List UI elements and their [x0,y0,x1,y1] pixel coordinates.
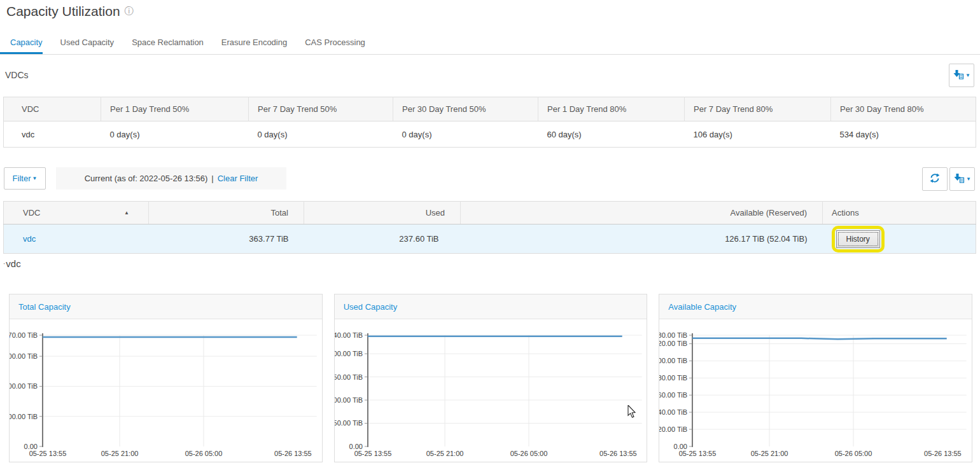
svg-text:20.00 TiB: 20.00 TiB [659,425,687,433]
column-header-total[interactable]: Total [149,202,304,225]
column-header-1day-80: Per 1 Day Trend 80% [538,97,685,121]
charts-row: Total Capacity 370.00 TiB300.00 TiB200.0… [9,294,972,462]
caret-down-icon: ▼ [965,73,970,78]
capacity-utilization-page: Capacity Utilizationⓘ Capacity Used Capa… [0,0,980,470]
trend-30day-80: 534 day(s) [831,121,976,148]
chart-title: Available Capacity [659,294,972,319]
svg-text:60.00 TiB: 60.00 TiB [659,391,687,399]
column-header-7day-80: Per 7 Day Trend 80% [685,97,831,121]
tab-capacity[interactable]: Capacity [0,31,43,54]
used-cell: 237.60 TiB [304,225,461,254]
vdc-cell: vdc [4,225,149,254]
svg-text:05-26 05:00: 05-26 05:00 [510,450,547,457]
svg-text:100.00 TiB: 100.00 TiB [659,357,687,364]
svg-text:150.00 TiB: 150.00 TiB [335,373,363,381]
svg-text:200.00 TiB: 200.00 TiB [10,382,38,390]
tab-used-capacity[interactable]: Used Capacity [60,31,115,54]
trend-30day-50: 0 day(s) [393,121,538,148]
tab-cas-processing[interactable]: CAS Processing [305,31,365,54]
filter-status-text: Current (as of: 2022-05-26 13:56) [85,174,208,183]
svg-text:240.00 TiB: 240.00 TiB [335,331,363,339]
available-capacity-chart: 130.00 TiB120.00 TiB100.00 TiB80.00 TiB6… [659,319,972,462]
page-title-text: Capacity Utilization [6,4,120,18]
svg-text:120.00 TiB: 120.00 TiB [659,340,687,348]
page-title: Capacity Utilizationⓘ [6,4,134,19]
trend-1day-80: 60 day(s) [538,121,685,148]
svg-text:200.00 TiB: 200.00 TiB [335,350,363,357]
export-button[interactable]: ▼ [949,64,974,87]
export-icon [953,173,965,186]
trend-7day-80: 106 day(s) [685,121,831,148]
column-header-vdc: VDC [4,97,101,121]
trend-1day-50: 0 day(s) [101,121,249,148]
detail-vdc-name: vdc [6,258,20,269]
column-header-available[interactable]: Available (Reserved) [461,202,823,225]
export-icon [953,69,964,82]
filter-status-separator: | [211,174,213,183]
chart-title: Total Capacity [10,294,322,319]
highlight-ring: History [832,226,885,252]
mouse-cursor-icon [627,405,637,421]
tab-erasure-encoding[interactable]: Erasure Encoding [221,31,287,54]
filter-button-label: Filter [13,174,31,183]
refresh-button[interactable] [922,167,948,191]
svg-text:05-26 05:00: 05-26 05:00 [835,450,872,457]
actions-cell: History [823,225,976,254]
column-header-1day-50: Per 1 Day Trend 50% [101,97,249,121]
tab-bar: Capacity Used Capacity Space Reclamation… [0,31,980,55]
filter-button[interactable]: Filter ▼ [4,167,46,190]
trend-table-header-row: VDC Per 1 Day Trend 50% Per 7 Day Trend … [4,97,976,121]
export-button[interactable]: ▼ [949,167,975,191]
svg-text:370.00 TiB: 370.00 TiB [10,331,38,339]
used-capacity-chart: 240.00 TiB200.00 TiB150.00 TiB100.00 TiB… [335,319,647,462]
vdc-link[interactable]: vdc [23,234,36,244]
svg-text:05-25 21:00: 05-25 21:00 [426,450,463,457]
svg-text:05-26 13:55: 05-26 13:55 [274,450,312,457]
available-cell: 126.17 TiB (52.04 TiB) [461,225,823,254]
svg-text:50.00 TiB: 50.00 TiB [335,420,363,427]
capacity-table-header-row: VDC ▲ Total Used Available (Reserved) Ac… [4,202,976,225]
clear-filter-link[interactable]: Clear Filter [218,174,258,183]
total-cell: 363.77 TiB [149,225,304,254]
vdc-trend-table: VDC Per 1 Day Trend 50% Per 7 Day Trend … [3,97,976,148]
column-header-30day-80: Per 30 Day Trend 80% [831,97,976,121]
history-button[interactable]: History [836,230,880,248]
caret-down-icon: ▼ [32,176,37,181]
svg-text:100.00 TiB: 100.00 TiB [10,413,38,420]
svg-text:05-26 13:55: 05-26 13:55 [924,450,962,457]
trend-table-row: vdc 0 day(s) 0 day(s) 0 day(s) 60 day(s)… [4,121,976,148]
svg-text:05-26 05:00: 05-26 05:00 [185,450,223,457]
sort-ascending-icon: ▲ [124,210,129,216]
column-header-30day-50: Per 30 Day Trend 50% [393,97,538,121]
column-header-7day-50: Per 7 Day Trend 50% [249,97,393,121]
detail-section-heading: ·vdc [3,258,21,269]
vdc-capacity-table: VDC ▲ Total Used Available (Reserved) Ac… [3,201,976,254]
bullet: · [3,260,5,267]
info-icon[interactable]: ⓘ [125,6,134,16]
svg-text:05-25 13:55: 05-25 13:55 [354,450,391,457]
column-header-used[interactable]: Used [304,202,461,225]
svg-text:05-25 13:55: 05-25 13:55 [29,450,67,457]
svg-text:100.00 TiB: 100.00 TiB [335,396,363,404]
svg-text:05-25 21:00: 05-25 21:00 [101,450,139,457]
svg-text:05-26 13:55: 05-26 13:55 [599,450,637,457]
caret-down-icon: ▼ [966,176,971,182]
vdcs-section-heading: VDCs [5,70,29,80]
used-capacity-chart-panel: Used Capacity 240.00 TiB200.00 TiB150.00… [334,294,648,462]
trend-7day-50: 0 day(s) [249,121,393,148]
total-capacity-chart-panel: Total Capacity 370.00 TiB300.00 TiB200.0… [9,294,323,462]
svg-text:300.00 TiB: 300.00 TiB [10,352,38,360]
svg-text:80.00 TiB: 80.00 TiB [659,374,687,382]
available-capacity-chart-panel: Available Capacity 130.00 TiB120.00 TiB1… [659,294,972,462]
svg-text:130.00 TiB: 130.00 TiB [659,331,687,339]
svg-text:05-25 13:55: 05-25 13:55 [679,450,717,457]
total-capacity-chart: 370.00 TiB300.00 TiB200.00 TiB100.00 TiB… [10,319,322,462]
tab-space-reclamation[interactable]: Space Reclamation [132,31,204,54]
trend-vdc-name: vdc [4,121,101,148]
capacity-table-row: vdc 363.77 TiB 237.60 TiB 126.17 TiB (52… [4,225,976,254]
column-header-vdc[interactable]: VDC ▲ [4,202,149,225]
chart-title: Used Capacity [335,294,647,319]
refresh-icon [929,173,941,186]
filter-status-bar: Current (as of: 2022-05-26 13:56) | Clea… [56,167,286,190]
svg-text:05-25 21:00: 05-25 21:00 [751,450,788,457]
